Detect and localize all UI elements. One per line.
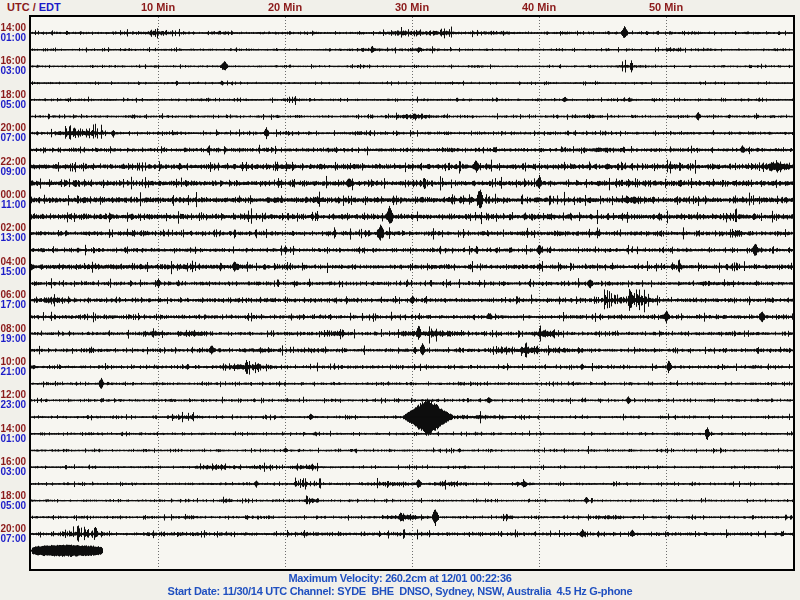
edt-time-label: 21:00 [0, 367, 26, 377]
edt-time-label: 03:00 [0, 66, 26, 76]
edt-time-label: 01:00 [0, 434, 26, 444]
minute-label: 40 Min [522, 1, 556, 13]
edt-time-label: 09:00 [0, 167, 26, 177]
footer-start-info: Start Date: 11/30/14 UTC Channel: SYDE B… [0, 585, 800, 597]
edt-time-label: 19:00 [0, 334, 26, 344]
time-label-pair: 14:0001:00 [0, 23, 26, 43]
edt-time-label: 01:00 [0, 33, 26, 43]
time-label-pair: 18:0005:00 [0, 491, 26, 511]
time-label-pair: 20:0007:00 [0, 524, 26, 544]
edt-time-label: 07:00 [0, 534, 26, 544]
time-label-pair: 04:0015:00 [0, 257, 26, 277]
time-label-pair: 18:0005:00 [0, 90, 26, 110]
edt-time-label: 13:00 [0, 233, 26, 243]
minute-label: 50 Min [649, 1, 683, 13]
edt-time-label: 23:00 [0, 400, 26, 410]
edt-time-label: 05:00 [0, 100, 26, 110]
minute-label: 10 Min [141, 1, 175, 13]
time-label-pair: 10:0021:00 [0, 357, 26, 377]
edt-time-label: 03:00 [0, 467, 26, 477]
time-label-pair: 22:0009:00 [0, 157, 26, 177]
time-label-pair: 06:0017:00 [0, 290, 26, 310]
webicorder-page: UTC / EDT 10 Min20 Min30 Min40 Min50 Min… [0, 0, 800, 600]
time-label-pair: 12:0023:00 [0, 390, 26, 410]
minute-label: 20 Min [268, 1, 302, 13]
edt-time-label: 17:00 [0, 300, 26, 310]
seismogram-canvas [0, 0, 800, 600]
footer-max-velocity: Maximum Velocity: 260.2cm at 12/01 00:22… [0, 572, 800, 584]
time-label-pair: 00:0011:00 [0, 190, 26, 210]
minute-label: 30 Min [395, 1, 429, 13]
edt-time-label: 07:00 [0, 133, 26, 143]
time-label-pair: 16:0003:00 [0, 56, 26, 76]
edt-time-label: 11:00 [0, 200, 26, 210]
time-label-pair: 16:0003:00 [0, 457, 26, 477]
time-label-pair: 20:0007:00 [0, 123, 26, 143]
time-label-pair: 08:0019:00 [0, 324, 26, 344]
time-label-pair: 02:0013:00 [0, 223, 26, 243]
time-label-pair: 14:0001:00 [0, 424, 26, 444]
edt-time-label: 15:00 [0, 267, 26, 277]
edt-time-label: 05:00 [0, 501, 26, 511]
